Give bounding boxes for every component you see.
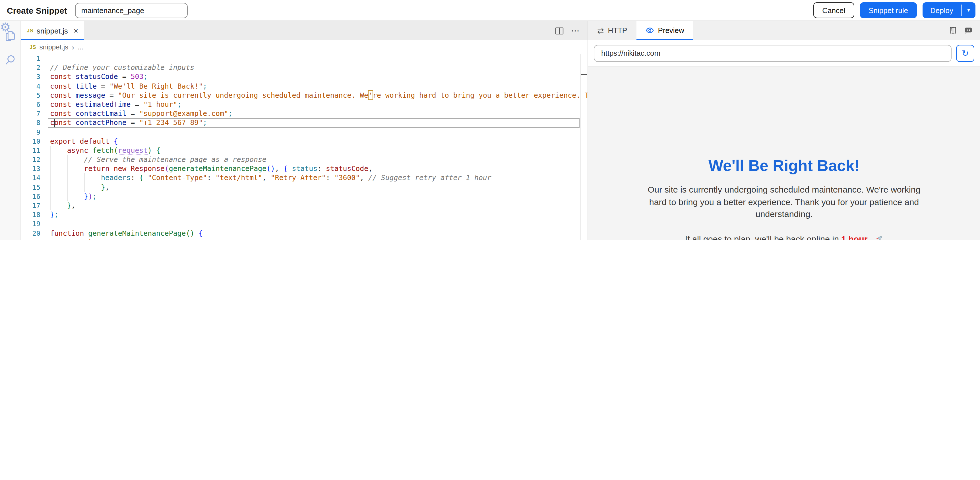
tab-label: snippet.js (37, 27, 68, 35)
code-line[interactable]: 9 (21, 128, 587, 136)
eta-value: 1 hour (841, 234, 868, 240)
line-number: 4 (21, 81, 40, 90)
line-number: 15 (21, 183, 40, 192)
line-number: 2 (21, 63, 40, 72)
code-line[interactable]: 16}); (21, 192, 587, 201)
docs-book-icon[interactable] (949, 26, 957, 35)
line-number: 12 (21, 155, 40, 164)
snippet-name-input[interactable] (75, 3, 188, 18)
maintenance-heading: We'll Be Right Back! (708, 157, 860, 174)
http-arrows-icon: ⇄ (597, 26, 604, 35)
indent-guide (67, 155, 84, 164)
eta-prefix: If all goes to plan, we'll be back onlin… (685, 234, 839, 240)
indent-guide (67, 165, 84, 174)
activity-bar: ⚙ (0, 21, 21, 240)
text-cursor (54, 119, 55, 127)
app-window: Create Snippet Cancel Snippet rule Deplo… (0, 0, 980, 240)
breadcrumb[interactable]: JS snippet.js › ... (21, 40, 587, 54)
preview-panel: ⇄ HTTP Preview (587, 21, 980, 240)
line-number: 18 (21, 210, 40, 219)
search-icon[interactable] (4, 53, 16, 66)
code-line[interactable]: 7const contactEmail = "support@example.c… (21, 109, 587, 118)
page-title: Create Snippet (7, 5, 67, 15)
line-number: 9 (21, 128, 40, 136)
code-lines[interactable]: 12// Define your customizable inputs3con… (21, 54, 587, 240)
line-number: 3 (21, 73, 40, 81)
maintenance-message: Our site is currently undergoing schedul… (638, 184, 930, 220)
editor-actions: ⋯ (555, 21, 587, 40)
indent-guide (67, 183, 84, 192)
editor-scrollbar[interactable] (580, 54, 581, 240)
code-line[interactable]: 13return new Response(generateMaintenanc… (21, 165, 587, 174)
indent-guide (50, 183, 67, 192)
code-line[interactable]: 2// Define your customizable inputs (21, 63, 587, 72)
code-line[interactable]: 20function generateMaintenancePage() { (21, 229, 587, 238)
code-line[interactable]: 12// Serve the maintenance page as a res… (21, 155, 587, 164)
deploy-button-group: Deploy ▾ (922, 2, 975, 18)
code-line[interactable]: 1 (21, 54, 587, 63)
line-number: 21 (21, 238, 40, 240)
snippet-rule-button[interactable]: Snippet rule (860, 2, 916, 18)
line-number: 6 (21, 100, 40, 109)
editor-tab-bar: JS snippet.js × ⋯ (21, 21, 587, 40)
code-line[interactable]: 4const title = "We'll Be Right Back!"; (21, 81, 587, 90)
cancel-button[interactable]: Cancel (813, 2, 854, 18)
indent-guide (67, 192, 84, 201)
code-line[interactable]: 3const statusCode = 503; (21, 73, 587, 81)
deploy-button[interactable]: Deploy (922, 2, 961, 18)
code-line[interactable]: 8const contactPhone = "+1 234 567 89"; (21, 119, 587, 128)
line-number: 7 (21, 109, 40, 118)
js-file-icon: JS (27, 28, 33, 33)
discord-chat-icon[interactable] (964, 26, 973, 35)
code-line[interactable]: 5const message = "Our site is currently … (21, 91, 587, 100)
code-editor: JS snippet.js × ⋯ JS snippet.js › ... 12… (21, 21, 587, 240)
overview-ruler-cursor-mark (581, 74, 587, 75)
indent-guide (50, 165, 67, 174)
url-input[interactable] (594, 44, 951, 62)
refresh-button[interactable]: ↻ (956, 44, 974, 62)
http-tab-label: HTTP (608, 26, 627, 35)
line-number: 14 (21, 174, 40, 183)
eye-icon (645, 26, 654, 35)
code-line[interactable]: 6const estimatedTime = "1 hour"; (21, 100, 587, 109)
indent-guide (50, 174, 67, 183)
line-number: 20 (21, 229, 40, 238)
line-number: 10 (21, 136, 40, 146)
tab-snippet-js[interactable]: JS snippet.js × (21, 21, 84, 40)
files-icon[interactable] (4, 29, 16, 41)
indent-guide (50, 155, 67, 164)
code-line[interactable]: 14headers: { "Content-Type": "text/html"… (21, 174, 587, 183)
tab-http[interactable]: ⇄ HTTP (588, 21, 636, 40)
js-file-icon: JS (30, 44, 36, 50)
code-line[interactable]: 15}, (21, 183, 587, 192)
line-number: 11 (21, 146, 40, 155)
line-number: 8 (21, 119, 40, 128)
breadcrumb-more: ... (78, 43, 83, 51)
deploy-dropdown-caret-icon[interactable]: ▾ (962, 2, 975, 18)
tab-preview[interactable]: Preview (636, 21, 693, 40)
indent-guide (50, 201, 67, 210)
preview-tab-bar: ⇄ HTTP Preview (588, 21, 980, 40)
more-actions-icon[interactable]: ⋯ (571, 28, 580, 33)
code-line[interactable]: 10export default { (21, 136, 587, 146)
code-line[interactable]: 17}, (21, 201, 587, 210)
preview-panel-actions (949, 21, 980, 40)
eta-suffix: . (870, 234, 872, 240)
close-tab-icon[interactable]: × (74, 26, 78, 35)
code-line[interactable]: 21 return ` (21, 238, 587, 240)
code-line[interactable]: 18}; (21, 210, 587, 219)
indent-guide (67, 174, 84, 183)
eta-line: If all goes to plan, we'll be back onlin… (685, 234, 883, 240)
line-number: 13 (21, 165, 40, 174)
code-line[interactable]: 19 (21, 220, 587, 229)
split-editor-icon[interactable] (555, 27, 564, 34)
line-number: 1 (21, 54, 40, 63)
url-bar: ↻ (588, 40, 980, 67)
code-line[interactable]: 11async fetch(request) { (21, 146, 587, 155)
rocket-emoji (875, 234, 883, 240)
line-number: 17 (21, 201, 40, 210)
line-number: 19 (21, 220, 40, 229)
indent-guide (50, 146, 67, 155)
breadcrumb-file: snippet.js (40, 43, 68, 51)
line-number: 5 (21, 91, 40, 100)
